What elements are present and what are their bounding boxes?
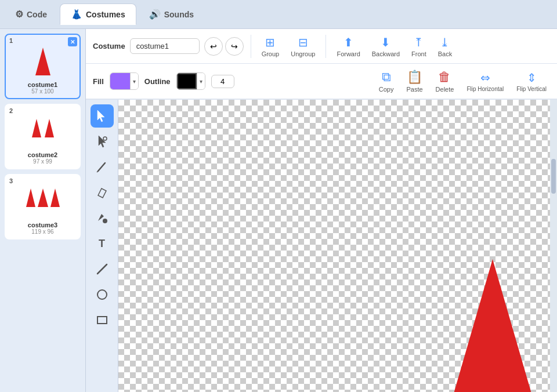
outline-width-input[interactable]	[211, 75, 234, 88]
paste-label: Paste	[406, 86, 422, 93]
fill-swatch	[110, 73, 130, 89]
flip-h-button[interactable]: ⇔ Flip Horizontal	[463, 68, 507, 95]
copy-button[interactable]: ⧉ Copy	[375, 67, 397, 95]
group-icon: ⊞	[265, 35, 275, 49]
text-tool[interactable]: T	[91, 232, 114, 255]
back-icon: ⤓	[440, 35, 450, 49]
back-label: Back	[438, 50, 452, 57]
eraser-tool[interactable]	[91, 181, 114, 204]
fill-label: Fill	[93, 77, 104, 86]
costume-item-3[interactable]: 3 costume3 119 x 96	[5, 174, 81, 239]
tab-costumes[interactable]: 👗 Costumes	[60, 3, 136, 25]
ungroup-label: Ungroup	[291, 50, 315, 57]
paste-icon: 📋	[407, 70, 422, 85]
front-button[interactable]: ⤒ Front	[408, 33, 430, 60]
svg-line-13	[97, 264, 107, 274]
costume-name-group: Costume	[93, 38, 200, 54]
front-label: Front	[411, 50, 426, 57]
flip-h-icon: ⇔	[480, 71, 490, 85]
fill-tool[interactable]	[91, 206, 114, 230]
flip-v-button[interactable]: ⇕ Flip Vertical	[513, 68, 550, 95]
svg-marker-4	[38, 188, 48, 207]
costumes-icon: 👗	[71, 9, 82, 20]
outline-color-picker[interactable]: ▾	[176, 72, 205, 90]
undo-button[interactable]: ↩	[204, 37, 223, 56]
canvas-svg	[118, 100, 550, 392]
rect-tool[interactable]	[91, 308, 114, 332]
divider-1	[251, 35, 251, 58]
svg-marker-7	[99, 136, 106, 147]
tab-bar: ⚙ Code 👗 Costumes 🔊 Sounds	[0, 0, 557, 29]
tab-costumes-label: Costumes	[86, 10, 125, 19]
svg-line-9	[98, 163, 105, 171]
costume-number-3: 3	[9, 177, 13, 184]
scrollbar-vertical[interactable]	[550, 100, 557, 392]
svg-marker-3	[26, 188, 35, 207]
toolbar-row1: Costume ↩ ↪ ⊞ Group ⊟ Ungroup ⬆ Forward	[86, 29, 557, 64]
costume-preview-1	[9, 44, 76, 79]
copy-label: Copy	[379, 86, 394, 93]
tab-code-label: Code	[27, 10, 47, 19]
delete-icon: 🗑	[438, 70, 451, 85]
undo-redo-group: ↩ ↪	[204, 37, 244, 56]
svg-point-12	[103, 219, 107, 223]
pencil-tool[interactable]	[91, 155, 114, 179]
costume-item-1[interactable]: 1 ✕ costume1 57 x 100	[5, 34, 81, 99]
back-button[interactable]: ⤓ Back	[435, 33, 455, 60]
tab-sounds-label: Sounds	[164, 10, 194, 19]
toolbar-row2: Fill ▾ Outline ▾ ⧉ Copy 📋 Paste 🗑	[86, 64, 557, 100]
forward-label: Forward	[337, 50, 360, 57]
costume-name-3: costume3	[9, 222, 76, 228]
canvas-container[interactable]	[118, 100, 557, 392]
costume-number-1: 1	[9, 37, 13, 44]
line-tool[interactable]	[91, 257, 114, 281]
flip-v-icon: ⇕	[527, 71, 537, 85]
circle-tool[interactable]	[91, 283, 114, 306]
tab-sounds[interactable]: 🔊 Sounds	[139, 4, 204, 24]
costume-preview-2	[9, 114, 76, 149]
costume-name-1: costume1	[9, 81, 76, 88]
outline-dropdown-arrow: ▾	[197, 73, 205, 89]
svg-marker-0	[35, 48, 50, 75]
main-layout: 1 ✕ costume1 57 x 100 2 costume2 97 x 99	[0, 29, 557, 392]
reshape-tool[interactable]	[91, 130, 114, 153]
outline-label: Outline	[144, 77, 171, 86]
svg-marker-2	[45, 119, 54, 137]
costume-name-2: costume2	[9, 151, 76, 158]
forward-button[interactable]: ⬆ Forward	[333, 33, 363, 60]
canvas-triangle[interactable]	[429, 259, 550, 392]
delete-button[interactable]: 🗑 Delete	[432, 67, 458, 95]
ungroup-button[interactable]: ⊟ Ungroup	[287, 33, 319, 60]
costume-size-3: 119 x 96	[9, 228, 76, 235]
editor-panel: Costume ↩ ↪ ⊞ Group ⊟ Ungroup ⬆ Forward	[86, 29, 557, 392]
fill-color-picker[interactable]: ▾	[110, 72, 139, 90]
costume-size-2: 97 x 99	[9, 158, 76, 165]
select-tool[interactable]	[91, 104, 114, 128]
backward-button[interactable]: ⬇ Backward	[368, 33, 403, 60]
costume-list: 1 ✕ costume1 57 x 100 2 costume2 97 x 99	[0, 29, 86, 392]
ungroup-icon: ⊟	[298, 35, 308, 49]
sounds-icon: 🔊	[149, 9, 161, 20]
redo-button[interactable]: ↪	[225, 37, 244, 56]
svg-line-10	[97, 170, 99, 172]
flip-v-label: Flip Vertical	[516, 86, 547, 92]
costume-preview-3	[9, 184, 76, 219]
backward-label: Backward	[372, 50, 400, 57]
costume-name-input[interactable]	[130, 38, 200, 54]
group-button[interactable]: ⊞ Group	[258, 33, 283, 60]
costume-number-2: 2	[9, 107, 13, 114]
scrollbar-thumb[interactable]	[551, 159, 556, 194]
outline-swatch	[177, 73, 197, 89]
group-label: Group	[262, 50, 280, 57]
canvas-area: T	[86, 100, 557, 392]
tab-code[interactable]: ⚙ Code	[5, 4, 57, 24]
costume-size-1: 57 x 100	[9, 88, 76, 95]
costume-item-2[interactable]: 2 costume2 97 x 99	[5, 104, 81, 169]
svg-marker-6	[97, 110, 104, 122]
svg-marker-5	[50, 188, 60, 207]
delete-label: Delete	[436, 86, 454, 93]
flip-h-label: Flip Horizontal	[466, 86, 504, 92]
forward-icon: ⬆	[343, 35, 353, 49]
paste-button[interactable]: 📋 Paste	[403, 67, 426, 95]
costume-delete-btn-1[interactable]: ✕	[68, 37, 77, 46]
